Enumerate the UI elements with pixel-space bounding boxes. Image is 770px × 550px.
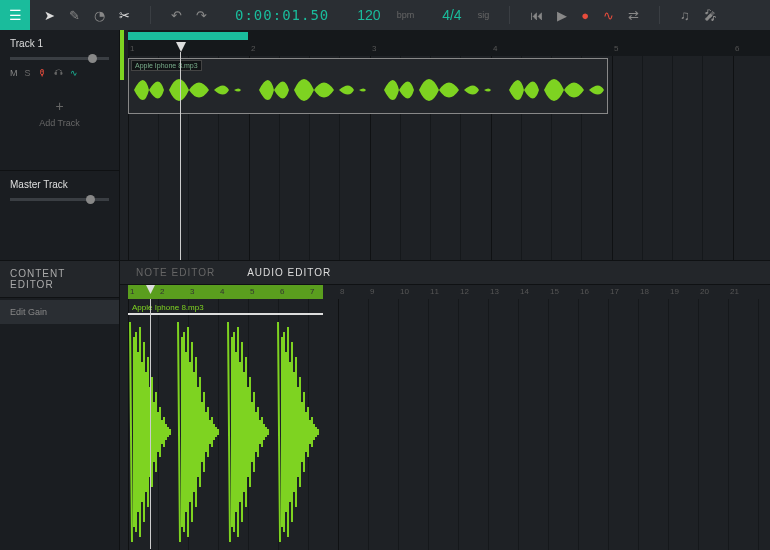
ruler-tick: 21 xyxy=(730,287,739,296)
divider xyxy=(509,6,510,24)
ruler-tick: 4 xyxy=(493,44,497,53)
timeline-ruler[interactable]: 1 2 3 4 5 6 xyxy=(128,42,770,56)
track-color-strip xyxy=(120,30,124,80)
divider xyxy=(150,6,151,24)
ruler-tick: 14 xyxy=(520,287,529,296)
time-display[interactable]: 0:00:01.50 xyxy=(235,7,329,23)
track1-volume-slider[interactable] xyxy=(10,57,109,60)
track1-header[interactable]: Track 1 xyxy=(0,30,119,53)
track-panel: Track 1 M S 🎙︎ 🎧︎ ∿ + Add Track Master T… xyxy=(0,30,120,260)
divider xyxy=(659,6,660,24)
ruler-tick: 19 xyxy=(670,287,679,296)
ruler-tick: 3 xyxy=(372,44,376,53)
add-track-label: Add Track xyxy=(0,118,119,128)
clip-waveform xyxy=(129,67,607,113)
tab-note-editor[interactable]: NOTE EDITOR xyxy=(120,267,231,278)
pointer-tool-icon[interactable]: ➤ xyxy=(44,8,55,23)
ruler-tick: 6 xyxy=(280,287,284,296)
editor-tabs: NOTE EDITOR AUDIO EDITOR xyxy=(120,261,770,285)
playhead-line xyxy=(180,52,181,260)
master-label: Master Track xyxy=(10,179,109,190)
metronome-icon[interactable]: ∿ xyxy=(603,8,614,23)
ruler-tick: 12 xyxy=(460,287,469,296)
ruler-tick: 1 xyxy=(130,44,134,53)
cut-tool-icon[interactable]: ✂ xyxy=(119,8,130,23)
editor-ruler[interactable]: 1 2 3 4 5 6 7 8 9 10 11 12 13 14 15 16 1 xyxy=(128,285,770,299)
ruler-tick: 17 xyxy=(610,287,619,296)
ruler-tick: 13 xyxy=(490,287,499,296)
timer-tool-icon[interactable]: ◔ xyxy=(94,8,105,23)
hamburger-icon: ☰ xyxy=(9,7,22,23)
editor-playhead-line xyxy=(150,299,151,549)
timesig-value[interactable]: 4/4 xyxy=(442,7,461,23)
editor-ruler-wrap: 1 2 3 4 5 6 7 8 9 10 11 12 13 14 15 16 1 xyxy=(120,285,770,299)
bpm-label: bpm xyxy=(397,10,415,20)
ruler-tick: 3 xyxy=(190,287,194,296)
ruler-tick: 5 xyxy=(250,287,254,296)
add-track-button[interactable]: + Add Track xyxy=(0,86,119,140)
edit-gain-button[interactable]: Edit Gain xyxy=(0,300,119,324)
bpm-value[interactable]: 120 xyxy=(357,7,380,23)
slider-thumb[interactable] xyxy=(88,54,97,63)
top-toolbar: ☰ ➤ ✎ ◔ ✂ ↶ ↷ 0:00:01.50 120bpm 4/4sig ⏮… xyxy=(0,0,770,30)
ruler-tick: 6 xyxy=(735,44,739,53)
timesig-label: sig xyxy=(478,10,490,20)
plus-icon: + xyxy=(0,98,119,114)
ruler-tick: 7 xyxy=(310,287,314,296)
undo-icon[interactable]: ↶ xyxy=(171,8,182,23)
ruler-tick: 1 xyxy=(130,287,134,296)
loop-region[interactable] xyxy=(128,32,248,40)
track1-buttons: M S 🎙︎ 🎧︎ ∿ xyxy=(0,66,119,86)
ruler-tick: 4 xyxy=(220,287,224,296)
editor-waveform[interactable] xyxy=(128,317,768,547)
ruler-tick: 15 xyxy=(550,287,559,296)
editor-clip-underline xyxy=(128,313,323,315)
master-volume-slider[interactable] xyxy=(10,198,109,201)
record-icon[interactable]: ● xyxy=(581,8,589,23)
editor-area: NOTE EDITOR AUDIO EDITOR 1 2 3 4 5 6 7 8… xyxy=(120,261,770,550)
master-track: Master Track xyxy=(0,170,119,213)
ruler-tick: 8 xyxy=(340,287,344,296)
solo-button[interactable]: S xyxy=(25,68,31,78)
ruler-tick: 16 xyxy=(580,287,589,296)
main-arrangement: Track 1 M S 🎙︎ 🎧︎ ∿ + Add Track Master T… xyxy=(0,30,770,260)
ruler-tick: 2 xyxy=(251,44,255,53)
bottom-panel: CONTENT EDITOR Edit Gain NOTE EDITOR AUD… xyxy=(0,260,770,550)
ruler-tick: 10 xyxy=(400,287,409,296)
menu-button[interactable]: ☰ xyxy=(0,0,30,30)
audio-clip[interactable]: Apple Iphone 8.mp3 xyxy=(128,58,608,114)
play-icon[interactable]: ▶ xyxy=(557,8,567,23)
editor-sidebar: CONTENT EDITOR Edit Gain xyxy=(0,261,120,550)
ruler-tick: 5 xyxy=(614,44,618,53)
rewind-icon[interactable]: ⏮ xyxy=(530,8,543,23)
ruler-tick: 9 xyxy=(370,287,374,296)
timeline-area[interactable]: 1 2 3 4 5 6 Apple Iphone 8.mp3 xyxy=(120,30,770,260)
loop-bar[interactable] xyxy=(128,30,770,42)
ruler-tick: 18 xyxy=(640,287,649,296)
ruler-tick: 11 xyxy=(430,287,439,296)
automation-button[interactable]: ∿ xyxy=(70,68,78,78)
content-editor-label: CONTENT EDITOR xyxy=(0,261,119,298)
ruler-tick: 20 xyxy=(700,287,709,296)
slider-thumb[interactable] xyxy=(86,195,95,204)
arm-record-button[interactable]: 🎙︎ xyxy=(38,68,47,78)
headphone-button[interactable]: 🎧︎ xyxy=(54,68,63,78)
pencil-tool-icon[interactable]: ✎ xyxy=(69,8,80,23)
mic-icon[interactable]: 🎤︎ xyxy=(704,8,717,23)
tab-audio-editor[interactable]: AUDIO EDITOR xyxy=(231,267,347,278)
ruler-tick: 2 xyxy=(160,287,164,296)
redo-icon[interactable]: ↷ xyxy=(196,8,207,23)
loop-icon[interactable]: ⇄ xyxy=(628,8,639,23)
instrument-icon[interactable]: ♫ xyxy=(680,8,690,23)
mute-button[interactable]: M xyxy=(10,68,18,78)
